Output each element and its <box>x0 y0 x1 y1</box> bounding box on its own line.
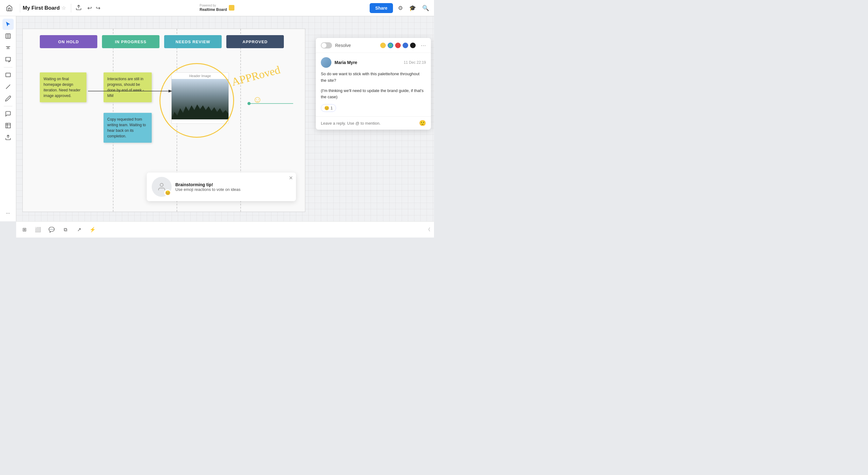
comment-text-2: (I'm thinking we'll need to update the b… <box>321 88 426 101</box>
bottom-bar: ⊞ ⬜ 💬 ⧉ ↗ ⚡ 《 <box>16 221 434 238</box>
tip-title: Brainstorming tip! <box>175 182 241 187</box>
upload-icon[interactable] <box>75 4 82 12</box>
resolve-label: Resolve <box>335 43 351 48</box>
smiley-drawing: ☺ <box>253 94 262 105</box>
svg-line-5 <box>6 85 10 89</box>
col-in-progress: IN PROGRESS <box>102 35 159 48</box>
tip-avatar: 😊 <box>152 177 172 197</box>
collapse-icon[interactable]: 《 <box>426 227 430 232</box>
svg-point-13 <box>160 183 163 187</box>
tip-badge: 😊 <box>164 189 171 196</box>
comment-tool[interactable] <box>2 108 14 119</box>
col-approved: APPROVED <box>226 35 284 48</box>
separator <box>4 67 12 67</box>
svg-point-12 <box>247 102 251 105</box>
more-tools[interactable]: ··· <box>2 208 14 219</box>
color-red[interactable] <box>395 42 401 48</box>
column-headers: ON HOLD IN PROGRESS NEEDS REVIEW APPROVE… <box>40 35 318 48</box>
tip-close-icon[interactable]: ✕ <box>289 175 293 181</box>
sticky-text-1: Waiting on final homepage design iterati… <box>43 77 81 98</box>
color-dots <box>380 42 416 48</box>
powered-by-text: Powered by <box>199 4 227 7</box>
sticky-in-progress-2[interactable]: Copy requested from writing team. Waitin… <box>103 113 152 143</box>
comment-header: Resolve ··· <box>316 38 431 53</box>
approved-handwriting: APPRoved <box>230 63 281 89</box>
comment-time: 11 Dec 22:19 <box>404 60 426 65</box>
left-toolbar: ··· <box>0 16 16 221</box>
redo-button[interactable]: ↪ <box>94 3 102 13</box>
cursor-tool[interactable] <box>2 19 14 30</box>
comment-text-1: So do we want to stick with this palette… <box>321 71 426 84</box>
app-name: Realtime Board <box>199 7 227 12</box>
board-title: My First Board <box>23 5 60 11</box>
rectangle-tool[interactable] <box>2 69 14 81</box>
topbar: My First Board ☆ ↩ ↪ Powered by Realtime… <box>0 0 434 16</box>
resolve-toggle[interactable] <box>321 42 332 49</box>
sticky-in-progress[interactable]: Interactions are still in progress, shou… <box>103 72 152 102</box>
duplicate-icon[interactable]: ⧉ <box>61 225 70 234</box>
pencil-tool[interactable] <box>2 93 14 104</box>
tip-text: Brainstorming tip! Use emoji reactions t… <box>175 182 241 192</box>
header-image-label: Header Image <box>172 73 228 79</box>
share-button[interactable]: Share <box>370 3 393 13</box>
comment-body: Maria Myre 11 Dec 22:19 So do we want to… <box>316 53 431 116</box>
settings-icon[interactable]: ⚙ <box>397 3 404 13</box>
frame-icon[interactable]: ⬜ <box>34 225 42 234</box>
svg-rect-1 <box>6 34 10 38</box>
canvas[interactable]: New frame ON HOLD IN PROGRESS NEEDS REVI… <box>16 16 434 221</box>
divider <box>20 4 20 12</box>
sticky-text-3: Copy requested from writing team. Waitin… <box>107 117 146 138</box>
grid-icon[interactable]: ⊞ <box>20 225 29 234</box>
comment-meta: Maria Myre 11 Dec 22:19 <box>321 57 426 68</box>
star-icon[interactable]: ☆ <box>62 5 66 11</box>
comment-reply-area: 🙂 <box>316 116 431 130</box>
crop-tool[interactable] <box>2 120 14 131</box>
frame-tool[interactable] <box>2 30 14 42</box>
reply-input[interactable] <box>321 121 419 126</box>
header-image-photo <box>172 79 228 119</box>
header-image-card: Header Image <box>171 72 229 124</box>
col-needs-review: NEEDS REVIEW <box>164 35 222 48</box>
comment-more-icon[interactable]: ··· <box>421 42 426 49</box>
svg-rect-4 <box>6 73 10 77</box>
lightning-icon[interactable]: ⚡ <box>88 225 97 234</box>
svg-rect-6 <box>6 123 10 128</box>
app-logo <box>229 5 235 10</box>
education-icon[interactable]: 🎓 <box>408 3 417 13</box>
undo-button[interactable]: ↩ <box>86 3 93 13</box>
tip-panel: 😊 Brainstorming tip! Use emoji reactions… <box>147 172 296 201</box>
emoji-reaction[interactable]: 😊 1 <box>321 104 336 112</box>
reaction-count: 1 <box>331 106 333 110</box>
comment-author: Maria Myre <box>335 60 357 65</box>
tip-emoji: 😊 <box>165 190 170 195</box>
tip-body: Use emoji reactions to vote on ideas <box>175 187 241 192</box>
separator2 <box>4 106 12 106</box>
col-on-hold: ON HOLD <box>40 35 97 48</box>
comment-avatar <box>321 57 332 68</box>
upload-tool[interactable] <box>2 132 14 143</box>
line-tool[interactable] <box>2 81 14 92</box>
sticky-tool[interactable] <box>2 54 14 65</box>
color-yellow[interactable] <box>380 42 386 48</box>
home-button[interactable] <box>4 2 15 14</box>
search-icon[interactable]: 🔍 <box>421 3 430 13</box>
color-green[interactable] <box>388 42 393 48</box>
forest-trees <box>172 101 228 119</box>
topbar-right: Share ⚙ 🎓 🔍 <box>370 3 430 13</box>
text-tool[interactable] <box>2 42 14 54</box>
sticky-on-hold[interactable]: Waiting on final homepage design iterati… <box>40 72 86 102</box>
comment-panel: Resolve ··· Maria Myre 11 Dec 22:19 So d… <box>316 38 431 130</box>
powered-by: Powered by Realtime Board <box>199 4 235 12</box>
sticky-text-2: Interactions are still in progress, shou… <box>107 77 144 98</box>
chat-icon[interactable]: 💬 <box>47 225 56 234</box>
reaction-emoji: 😊 <box>324 106 329 110</box>
export-icon[interactable]: ↗ <box>74 225 83 234</box>
divider2 <box>71 4 71 12</box>
undo-redo: ↩ ↪ <box>86 3 102 13</box>
color-blue[interactable] <box>403 42 408 48</box>
emoji-picker-icon[interactable]: 🙂 <box>419 120 426 127</box>
color-black[interactable] <box>410 42 416 48</box>
